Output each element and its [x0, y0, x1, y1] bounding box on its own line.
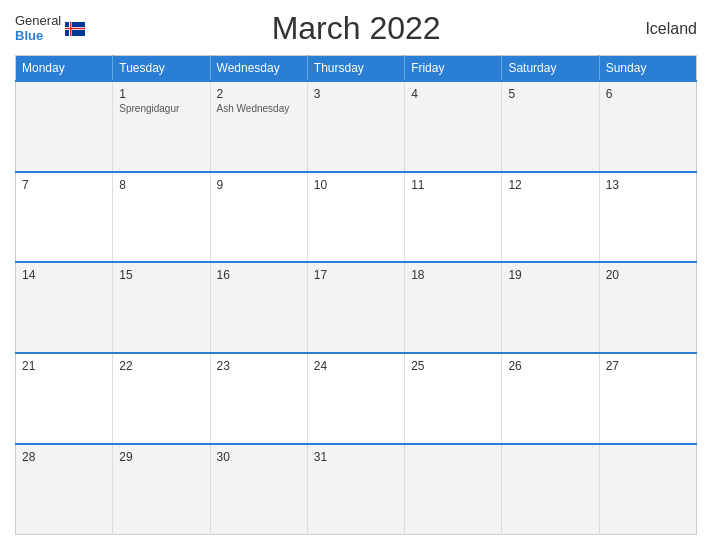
calendar-week-4: 21222324252627 [16, 353, 697, 444]
calendar-cell [502, 444, 599, 535]
day-event: Ash Wednesday [217, 103, 301, 114]
logo: General Blue [15, 14, 85, 43]
country-label: Iceland [627, 20, 697, 38]
calendar-cell: 15 [113, 262, 210, 353]
day-number: 23 [217, 359, 301, 373]
calendar-cell [16, 81, 113, 172]
day-number: 12 [508, 178, 592, 192]
calendar-cell: 1Sprengidagur [113, 81, 210, 172]
calendar-cell: 20 [599, 262, 696, 353]
calendar-cell: 21 [16, 353, 113, 444]
col-wednesday: Wednesday [210, 56, 307, 82]
logo-general: General [15, 14, 61, 28]
col-thursday: Thursday [307, 56, 404, 82]
day-number: 27 [606, 359, 690, 373]
day-number: 25 [411, 359, 495, 373]
calendar-cell: 30 [210, 444, 307, 535]
day-number: 26 [508, 359, 592, 373]
day-number: 19 [508, 268, 592, 282]
calendar-cell: 8 [113, 172, 210, 263]
calendar-cell: 12 [502, 172, 599, 263]
calendar-cell: 11 [405, 172, 502, 263]
calendar-cell: 14 [16, 262, 113, 353]
day-number: 4 [411, 87, 495, 101]
day-number: 24 [314, 359, 398, 373]
calendar-cell: 25 [405, 353, 502, 444]
calendar-cell: 13 [599, 172, 696, 263]
calendar-cell: 6 [599, 81, 696, 172]
calendar-cell: 3 [307, 81, 404, 172]
day-number: 22 [119, 359, 203, 373]
day-number: 15 [119, 268, 203, 282]
calendar-header-row: Monday Tuesday Wednesday Thursday Friday… [16, 56, 697, 82]
col-friday: Friday [405, 56, 502, 82]
calendar-title: March 2022 [85, 10, 627, 47]
calendar-cell: 23 [210, 353, 307, 444]
calendar-cell: 9 [210, 172, 307, 263]
calendar-cell: 22 [113, 353, 210, 444]
calendar-cell: 19 [502, 262, 599, 353]
day-number: 20 [606, 268, 690, 282]
svg-rect-4 [65, 27, 85, 29]
col-monday: Monday [16, 56, 113, 82]
calendar-week-2: 78910111213 [16, 172, 697, 263]
calendar-cell: 2Ash Wednesday [210, 81, 307, 172]
calendar-cell [599, 444, 696, 535]
day-number: 18 [411, 268, 495, 282]
calendar-cell: 26 [502, 353, 599, 444]
day-number: 3 [314, 87, 398, 101]
day-number: 17 [314, 268, 398, 282]
calendar-cell: 24 [307, 353, 404, 444]
calendar-cell: 17 [307, 262, 404, 353]
calendar-cell: 10 [307, 172, 404, 263]
calendar-week-1: 1Sprengidagur2Ash Wednesday3456 [16, 81, 697, 172]
day-number: 2 [217, 87, 301, 101]
day-number: 31 [314, 450, 398, 464]
day-number: 16 [217, 268, 301, 282]
page-header: General Blue March 2022 Iceland [15, 10, 697, 47]
col-saturday: Saturday [502, 56, 599, 82]
logo-text: General Blue [15, 14, 61, 43]
day-number: 30 [217, 450, 301, 464]
logo-flag-icon [65, 22, 85, 36]
day-number: 1 [119, 87, 203, 101]
day-number: 28 [22, 450, 106, 464]
calendar-cell: 4 [405, 81, 502, 172]
col-sunday: Sunday [599, 56, 696, 82]
calendar-cell: 16 [210, 262, 307, 353]
day-number: 21 [22, 359, 106, 373]
calendar-cell: 7 [16, 172, 113, 263]
logo-blue: Blue [15, 29, 61, 43]
day-number: 14 [22, 268, 106, 282]
calendar-cell [405, 444, 502, 535]
calendar-cell: 18 [405, 262, 502, 353]
calendar-week-5: 28293031 [16, 444, 697, 535]
calendar-cell: 5 [502, 81, 599, 172]
col-tuesday: Tuesday [113, 56, 210, 82]
day-event: Sprengidagur [119, 103, 203, 114]
calendar-cell: 27 [599, 353, 696, 444]
day-number: 13 [606, 178, 690, 192]
calendar-table: Monday Tuesday Wednesday Thursday Friday… [15, 55, 697, 535]
day-number: 7 [22, 178, 106, 192]
day-number: 29 [119, 450, 203, 464]
day-number: 6 [606, 87, 690, 101]
calendar-cell: 31 [307, 444, 404, 535]
day-number: 5 [508, 87, 592, 101]
day-number: 10 [314, 178, 398, 192]
calendar-cell: 29 [113, 444, 210, 535]
calendar-week-3: 14151617181920 [16, 262, 697, 353]
day-number: 11 [411, 178, 495, 192]
day-number: 9 [217, 178, 301, 192]
day-number: 8 [119, 178, 203, 192]
calendar-cell: 28 [16, 444, 113, 535]
